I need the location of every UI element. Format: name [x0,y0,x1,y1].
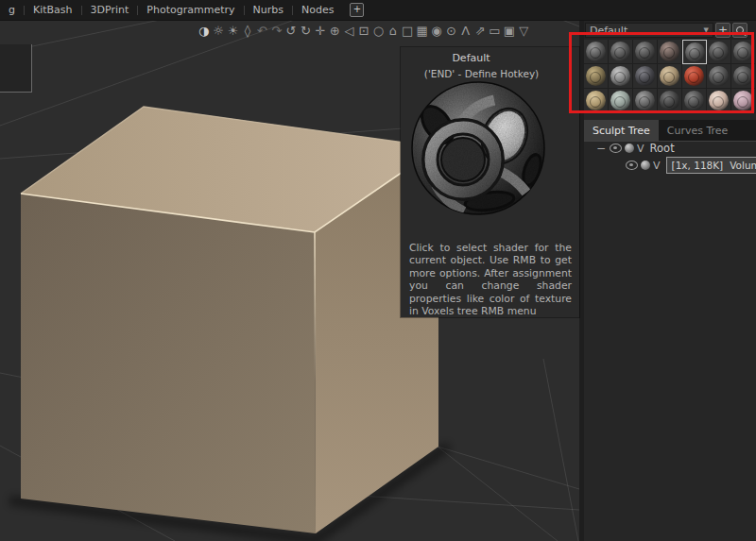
shader-sphere-thumb [733,42,753,61]
tree-tab-curves-tree[interactable]: Curves Tree [659,120,737,141]
ellipse-tool-icon[interactable]: ○ [371,22,386,41]
shader-swatch-2[interactable] [609,40,633,64]
shader-sphere-thumb [733,91,753,110]
shader-swatch-3[interactable] [633,40,658,64]
shader-preset-dropdown[interactable]: Default ▼ [585,23,713,38]
contrast-icon[interactable]: ◑ [197,22,211,41]
shader-swatch-9[interactable] [609,64,633,89]
shader-swatch-6[interactable] [707,40,731,64]
shader-sphere-thumb [586,91,606,110]
shader-ball-icon[interactable] [641,161,650,170]
polycount-badge: [1x, 118K] [672,160,724,171]
shader-sphere-thumb [709,91,729,110]
gizmo-axis-icon[interactable]: Λ [458,22,472,41]
shader-swatch-1[interactable] [584,40,609,64]
right-panel: ShadersStencilsShapes••• Default ▼ + Scu… [584,0,756,541]
redo-icon[interactable]: ↷ [269,22,284,41]
menu-item-kitbash[interactable]: KitBash [25,4,81,16]
collapse-icon[interactable]: − [596,142,606,155]
shader-sphere-thumb [733,66,753,86]
tooltip-description: Click to select shader for the current o… [409,242,572,317]
home-view-icon[interactable]: ⌂ [386,22,400,41]
shader-sphere-thumb [660,66,679,86]
add-tab-button[interactable]: + [350,3,364,17]
shader-swatch-17[interactable] [633,89,658,113]
shader-sphere-thumb [684,66,704,86]
zoom-icon[interactable]: ⊕ [328,22,342,41]
smooth-shading-icon[interactable]: ◊ [240,22,254,41]
shader-swatch-14[interactable] [731,64,756,89]
move-view-icon[interactable]: ✛ [313,22,327,41]
sculpt-tab-bar: Sculpt TreeCurves Tree [584,120,756,142]
shader-sphere-thumb [685,42,705,62]
shader-swatch-10[interactable] [633,64,658,89]
snap-magnet-icon[interactable]: ◉ [429,22,443,41]
shader-swatch-7[interactable] [731,40,756,64]
shader-preset-value: Default [590,25,627,37]
shader-grid [584,40,756,113]
shader-swatch-16[interactable] [609,89,633,113]
shader-swatch-18[interactable] [658,89,682,113]
cube-view-icon[interactable]: □ [400,22,414,41]
visibility-eye-icon[interactable] [610,144,622,153]
sculpt-tree: − V Root V [1x, 118K] Volume5 [584,140,756,174]
shader-sphere-thumb [635,42,655,61]
shader-sphere-thumb [709,66,729,86]
menu-item-3dprint[interactable]: 3DPrint [82,4,138,16]
menu-item-g[interactable]: g [0,4,24,16]
menu-item-photogrammetry[interactable]: Photogrammetry [138,4,243,16]
search-shader-button[interactable] [732,23,747,38]
shader-toolbar: Default ▼ + [584,21,756,40]
exposure-icon[interactable]: ☀ [226,22,240,41]
tooltip-hotkey: ('END' - Define Hotkey) [401,68,579,79]
shader-sphere-thumb [610,91,630,110]
cube-object[interactable] [21,107,438,533]
shader-swatch-20[interactable] [707,89,731,113]
shader-swatch-19[interactable] [682,89,707,113]
shader-sphere-thumb [660,42,679,61]
grid-toggle-icon[interactable]: ▦ [415,22,429,41]
shader-swatch-15[interactable] [584,89,609,113]
voxel-type-mark: V [637,143,644,155]
rectangle-tool-icon[interactable]: ▭ [488,22,502,41]
voxel-type-mark: V [653,160,661,172]
shader-sphere-thumb [610,66,630,86]
undo-icon[interactable]: ↶ [255,22,269,41]
shader-sphere-thumb [684,91,704,110]
shader-swatch-11[interactable] [658,64,682,89]
shader-swatch-5[interactable] [682,40,707,64]
shader-swatch-4[interactable] [658,40,682,64]
tooltip-title: Default [401,52,579,64]
tree-row-volume5[interactable]: V [1x, 118K] Volume5 [584,157,756,174]
shader-sphere-thumb [586,66,606,86]
add-shader-button[interactable]: + [715,23,730,38]
shader-sphere-thumb [635,91,655,110]
shader-sphere-thumb [586,42,606,61]
collapsed-panel-corner [0,44,32,93]
rotate-view-icon[interactable]: ↺ [284,22,298,41]
tree-item-label[interactable]: Root [650,142,675,155]
menu-item-nurbs[interactable]: Nurbs [245,4,292,16]
shader-ball-icon[interactable] [625,144,634,153]
background-image-icon[interactable]: ▣ [502,22,516,41]
app-window: gKitBash3DPrintPhotogrammetryNurbsNodes+… [0,0,756,541]
maximize-icon[interactable]: ⇗ [472,22,487,41]
frame-view-icon[interactable]: ⊡ [356,22,370,41]
shader-sphere-thumb [709,42,729,61]
filter-icon[interactable]: ▽ [517,22,531,41]
visibility-eye-icon[interactable] [626,161,638,170]
shader-swatch-13[interactable] [707,64,731,89]
shader-swatch-21[interactable] [731,89,756,113]
tree-tab-sculpt-tree[interactable]: Sculpt Tree [584,120,659,141]
shader-swatch-12[interactable] [682,64,707,89]
shader-swatch-8[interactable] [584,64,609,89]
focus-target-icon[interactable]: ⊙ [444,22,458,41]
menu-item-nodes[interactable]: Nodes [293,4,342,16]
shader-sphere-thumb [660,91,679,110]
view-angle-icon[interactable]: ◁ [342,22,356,41]
brightness-icon[interactable]: ☼ [211,22,225,41]
shader-tooltip: Default ('END' - Define Hotkey) [401,47,579,317]
orbit-icon[interactable]: ↻ [299,22,313,41]
selected-volume-item[interactable]: [1x, 118K] Volume5 [666,157,756,174]
tree-row-root[interactable]: − V Root [584,140,756,157]
